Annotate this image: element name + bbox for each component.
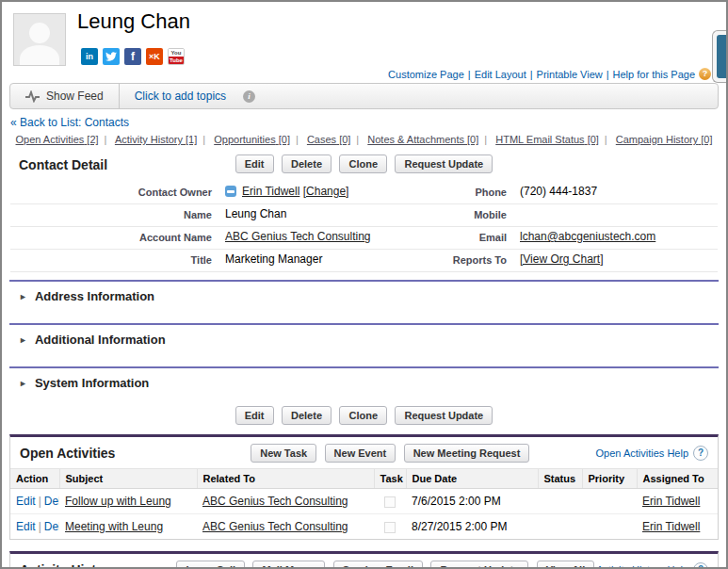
activity-history-section: Activity History Log a Call Mail Merge S… [9, 551, 719, 569]
back-to-list-link[interactable]: « Back to List: Contacts [10, 116, 129, 129]
customize-page-link[interactable]: Customize Page [388, 69, 464, 80]
field-value-title: Marketing Manager [225, 250, 374, 272]
klout-icon[interactable]: ×K [146, 48, 163, 65]
action-cell: Edit|Del [10, 489, 59, 514]
clone-button[interactable]: Clone [339, 154, 387, 173]
field-label-contact-owner: Contact Owner [10, 182, 225, 204]
edit-button[interactable]: Edit [235, 154, 274, 173]
shortcut-cases[interactable]: Cases [0] [307, 134, 350, 145]
shortcut-campaign-history[interactable]: Campaign History [0] [616, 134, 713, 145]
page-header: Leung Chan in f ×K You Tube Customize Pa… [2, 2, 726, 83]
field-value-mobile [520, 204, 718, 227]
shortcut-activity-history[interactable]: Activity History [1] [115, 134, 197, 145]
help-icon[interactable]: ? [693, 562, 708, 569]
edit-button[interactable]: Edit [235, 406, 274, 425]
send-an-email-button[interactable]: Send an Email [333, 561, 423, 569]
open-activities-table: Action Subject Related To Task Due Date … [10, 468, 718, 539]
owner-link[interactable]: Erin Tidwell [242, 185, 299, 198]
facebook-icon[interactable]: f [124, 48, 141, 65]
page-title: Leung Chan [77, 9, 190, 34]
open-activities-title: Open Activities [20, 446, 185, 461]
feed-pulse-icon [25, 90, 40, 103]
task-checkbox[interactable] [384, 522, 396, 533]
side-panel-tab[interactable] [712, 30, 726, 83]
delete-button[interactable]: Delete [282, 154, 332, 173]
col-subject: Subject [59, 469, 197, 489]
new-event-button[interactable]: New Event [325, 444, 396, 463]
link-separator: | [530, 69, 533, 80]
show-feed-button[interactable]: Show Feed [10, 84, 119, 108]
request-update-button[interactable]: Request Update [395, 406, 493, 425]
shortcut-html-email-status[interactable]: HTML Email Status [0] [495, 134, 599, 145]
related-to-link[interactable]: ABC Genius Tech Consulting [202, 520, 348, 533]
owner-avatar-icon[interactable] [225, 186, 236, 197]
help-icon[interactable]: ? [699, 68, 711, 80]
field-label-title: Title [10, 250, 225, 272]
priority-cell [582, 489, 637, 514]
subject-link[interactable]: Follow up with Leung [65, 495, 171, 508]
view-all-button[interactable]: View All [537, 561, 595, 569]
contact-detail-page: Leung Chan in f ×K You Tube Customize Pa… [0, 0, 728, 569]
assigned-to-cell: Erin Tidwell [637, 514, 718, 540]
link-separator: | [202, 134, 205, 145]
activity-history-header: Activity History Log a Call Mail Merge S… [10, 554, 718, 569]
section-additional-information[interactable]: ►Additional Information [9, 323, 719, 359]
linkedin-icon[interactable]: in [81, 48, 98, 65]
field-value-contact-owner: Erin Tidwell [Change] [225, 182, 374, 204]
del-link[interactable]: Del [44, 495, 59, 508]
col-task: Task [374, 469, 406, 489]
email-link[interactable]: lchan@abcgeniustech.com [520, 230, 655, 243]
request-update-button[interactable]: Request Update [430, 561, 528, 569]
contact-detail-fields: Contact Owner Erin Tidwell [Change] Phon… [10, 182, 718, 272]
edit-layout-link[interactable]: Edit Layout [475, 69, 526, 80]
new-meeting-request-button[interactable]: New Meeting Request [404, 444, 530, 463]
help-for-this-page-link[interactable]: Help for this Page [613, 69, 695, 80]
shortcut-open-activities[interactable]: Open Activities [2] [16, 134, 99, 145]
section-system-information[interactable]: ►System Information [9, 366, 719, 402]
printable-view-link[interactable]: Printable View [537, 69, 603, 80]
del-link[interactable]: Del [44, 520, 59, 533]
twitter-icon[interactable] [103, 48, 120, 65]
section-label: Additional Information [35, 333, 166, 347]
new-task-button[interactable]: New Task [251, 444, 316, 463]
related-to-cell: ABC Genius Tech Consulting [197, 489, 374, 514]
youtube-icon[interactable]: You Tube [168, 48, 185, 65]
twitter-bird-icon [105, 51, 117, 62]
change-owner-link[interactable]: [Change] [303, 185, 349, 198]
request-update-button[interactable]: Request Update [395, 154, 493, 173]
activity-history-title: Activity History [20, 562, 174, 569]
edit-link[interactable]: Edit [16, 495, 36, 508]
section-label: System Information [35, 376, 149, 390]
shortcut-notes-attachments[interactable]: Notes & Attachments [0] [367, 134, 478, 145]
open-activities-help-link[interactable]: Open Activities Help ? [596, 446, 708, 461]
open-activities-section: Open Activities New Task New Event New M… [9, 434, 719, 540]
link-separator: | [39, 520, 41, 533]
delete-button[interactable]: Delete [282, 406, 332, 425]
assigned-to-link[interactable]: Erin Tidwell [642, 495, 700, 508]
task-checkbox[interactable] [384, 496, 396, 508]
link-separator: | [468, 69, 471, 80]
activity-history-help-link[interactable]: Activity History Help ? [596, 562, 708, 569]
add-topics-link[interactable]: Click to add topics [120, 89, 237, 103]
edit-link[interactable]: Edit [16, 520, 36, 533]
col-status: Status [538, 469, 582, 489]
related-to-cell: ABC Genius Tech Consulting [197, 514, 374, 540]
table-row: Edit|Del Follow up with Leung ABC Genius… [10, 489, 718, 514]
account-link[interactable]: ABC Genius Tech Consulting [225, 230, 371, 243]
clone-button[interactable]: Clone [339, 406, 387, 425]
assigned-to-link[interactable]: Erin Tidwell [642, 520, 700, 533]
related-to-link[interactable]: ABC Genius Tech Consulting [202, 495, 348, 508]
contact-photo[interactable] [13, 13, 66, 66]
link-separator: | [296, 134, 299, 145]
field-label-reports-to: Reports To [374, 250, 520, 272]
view-org-chart-link[interactable]: [View Org Chart] [520, 252, 603, 266]
mail-merge-button[interactable]: Mail Merge [252, 561, 325, 569]
avatar-silhouette-icon [20, 45, 59, 66]
info-icon[interactable]: i [243, 90, 255, 103]
help-icon[interactable]: ? [693, 446, 708, 461]
shortcut-opportunities[interactable]: Opportunities [0] [214, 134, 290, 145]
log-a-call-button[interactable]: Log a Call [176, 561, 245, 569]
subject-link[interactable]: Meeting with Leung [65, 520, 163, 533]
link-separator: | [356, 134, 359, 145]
section-address-information[interactable]: ►Address Information [9, 280, 719, 316]
